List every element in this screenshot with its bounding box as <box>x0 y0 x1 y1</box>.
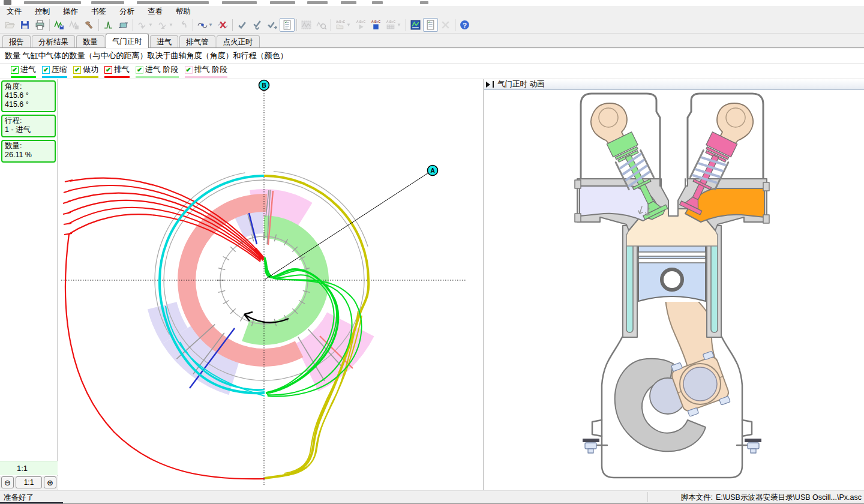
toolbar-separator <box>98 19 99 31</box>
toolbar-chart-view-button[interactable] <box>408 18 423 32</box>
toolbar-repair-tool-button[interactable] <box>82 18 97 32</box>
menu-item-7[interactable]: 帮助 <box>169 6 197 17</box>
toolbar-help-button[interactable]: ? <box>457 18 472 32</box>
zoom-controls: ⊖ 1:1 ⊕ <box>0 476 58 490</box>
toolbar-undo-button[interactable] <box>176 18 191 32</box>
valve-timing-polar-chart[interactable]: B A <box>58 79 483 490</box>
filter-label: 做功 <box>83 64 98 75</box>
filter-进气-阶段[interactable]: ✔进气 阶段 <box>136 64 179 78</box>
toolbar-impulse-button[interactable] <box>101 18 116 32</box>
toolbar-separator <box>49 19 50 31</box>
tab-进气[interactable]: 进气 <box>150 35 178 47</box>
toolbar-abc-run-button[interactable]: A:B+C <box>353 18 368 32</box>
toolbar-wave-next-button[interactable]: ▼ <box>155 18 176 32</box>
coolant-jacket-right <box>711 233 718 332</box>
toolbar-open-folder-button[interactable] <box>2 18 17 32</box>
zoom-reset-button[interactable]: 1:1 <box>16 476 42 488</box>
stroke-readout: 行程: 1 - 进气 <box>1 115 56 137</box>
toolbar-check-next-button[interactable] <box>265 18 280 32</box>
scale-value: 1:1 <box>17 464 28 473</box>
toolbar-separator <box>296 19 297 31</box>
crosshair <box>61 91 466 485</box>
toolbar-abc-grid-button[interactable]: A:B+C▼ <box>383 18 404 32</box>
quantity-value: 26.11 % <box>5 151 52 160</box>
toolbar-abc-open-button[interactable]: A:B+C▼ <box>333 18 353 32</box>
description-bar: 数量 气缸中气体的数量（与中心的距离）取决于曲轴角度（角度）和行程（颜色） <box>0 49 864 64</box>
filter-label: 压缩 <box>52 64 67 75</box>
svg-text:A:B+C: A:B+C <box>356 20 366 23</box>
toolbar: ▼▼▼A:B+C▼A:B+CA:B+CA:B+C▼? <box>0 17 864 34</box>
quantity-readout: 数量: 26.11 % <box>1 140 56 163</box>
toolbar-separator <box>331 19 331 31</box>
tab-bar: 报告分析结果数量气门正时进气排气管点火正时 <box>0 34 864 48</box>
menu-item-2[interactable]: 控制 <box>28 6 56 17</box>
menu-bar: 文件控制操作书签分析查看帮助 <box>0 6 864 17</box>
tab-报告[interactable]: 报告 <box>2 35 31 47</box>
svg-text:?: ? <box>463 21 467 29</box>
svg-text:A: A <box>430 167 434 174</box>
filter-排气-阶段[interactable]: ✔排气 阶段 <box>185 64 228 78</box>
checkbox-icon[interactable]: ✔ <box>42 66 50 74</box>
toolbar-separator <box>406 19 406 31</box>
wrist-pin <box>662 269 682 290</box>
filter-label: 进气 阶段 <box>145 64 179 75</box>
checkbox-icon[interactable]: ✔ <box>136 66 143 74</box>
toolbar-delete-wave-button[interactable] <box>215 18 230 32</box>
status-message: 准备好了 <box>4 493 34 503</box>
filter-排气[interactable]: ✔排气 <box>104 64 130 78</box>
toolbar-save-button[interactable] <box>17 18 32 32</box>
chart-description: 数量 气缸中气体的数量（与中心的距离）取决于曲轴角度（角度）和行程（颜色） <box>5 50 288 61</box>
toolbar-inspect-wave-button[interactable] <box>314 18 329 32</box>
filter-做功[interactable]: ✔做功 <box>73 64 98 78</box>
toolbar-check-single-button[interactable] <box>235 18 250 32</box>
main-area: 角度: 415.6 ° 415.6 ° 行程: 1 - 进气 数量: 26.11… <box>0 79 864 490</box>
tab-分析结果[interactable]: 分析结果 <box>32 35 75 47</box>
toolbar-wave-prev-button[interactable]: ▼ <box>135 18 155 32</box>
animation-header[interactable]: 气门正时 动画 <box>484 79 864 90</box>
menu-item-1[interactable]: 文件 <box>0 6 28 17</box>
toolbar-print-button[interactable] <box>32 18 47 32</box>
checkbox-icon[interactable]: ✔ <box>11 66 19 74</box>
toolbar-check-all-button[interactable] <box>250 18 265 32</box>
script-file-path: E:\USB示波器安装目录\USB Oscill...\Px.asc <box>716 493 862 503</box>
tab-数量[interactable]: 数量 <box>76 35 104 47</box>
toolbar-wave-marker-button[interactable]: ▼ <box>195 18 215 32</box>
menu-item-3[interactable]: 操作 <box>56 6 85 17</box>
zoom-out-button[interactable]: ⊖ <box>1 476 14 488</box>
checkbox-icon[interactable]: ✔ <box>73 66 81 74</box>
marker-b[interactable]: B <box>259 80 269 91</box>
status-bar: 准备好了 脚本文件: E:\USB示波器安装目录\USB Oscill...\P… <box>0 490 864 504</box>
filter-进气[interactable]: ✔进气 <box>11 64 36 78</box>
filter-压缩[interactable]: ✔压缩 <box>42 64 67 78</box>
status-separator <box>647 492 648 502</box>
tab-气门正时[interactable]: 气门正时 <box>106 34 149 48</box>
angle-readout: 角度: 415.6 ° 415.6 ° <box>1 80 56 112</box>
tab-点火正时[interactable]: 点火正时 <box>217 35 260 47</box>
zoom-in-button[interactable]: ⊕ <box>44 476 56 488</box>
menu-item-4[interactable]: 书签 <box>85 6 113 17</box>
checkbox-icon[interactable]: ✔ <box>185 66 193 74</box>
toolbar-separator <box>193 19 193 31</box>
menu-item-5[interactable]: 分析 <box>113 6 141 17</box>
toolbar-separator <box>133 19 133 31</box>
toolbar-report-list-button[interactable] <box>280 18 295 32</box>
toolbar-overlay-wave-button[interactable] <box>299 18 314 32</box>
toolbar-save-signal-button[interactable] <box>52 18 67 32</box>
menu-item-6[interactable]: 查看 <box>141 6 169 17</box>
stroke-value: 1 - 进气 <box>5 125 52 134</box>
toolbar-doc-view-button[interactable] <box>423 18 438 32</box>
animation-panel: 气门正时 动画 <box>484 79 864 490</box>
checkbox-icon[interactable]: ✔ <box>104 66 112 74</box>
toolbar-abc-box-button[interactable]: A:B+C <box>368 18 383 32</box>
toolbar-export-signal-button[interactable] <box>67 18 82 32</box>
scale-indicator: 1:1 <box>0 461 58 475</box>
left-mount-bar <box>583 439 599 442</box>
readout-panel: 角度: 415.6 ° 415.6 ° 行程: 1 - 进气 数量: 26.11… <box>0 79 58 490</box>
stroke-label: 行程: <box>5 116 52 125</box>
toolbar-pulse-segment-button[interactable] <box>116 18 131 32</box>
marker-a[interactable]: A <box>428 166 438 176</box>
series-filters: ✔进气✔压缩✔做功✔排气✔进气 阶段✔排气 阶段 <box>0 64 864 79</box>
play-icon <box>486 82 490 88</box>
toolbar-close-x-button[interactable] <box>438 18 453 32</box>
tab-排气管[interactable]: 排气管 <box>179 35 215 47</box>
